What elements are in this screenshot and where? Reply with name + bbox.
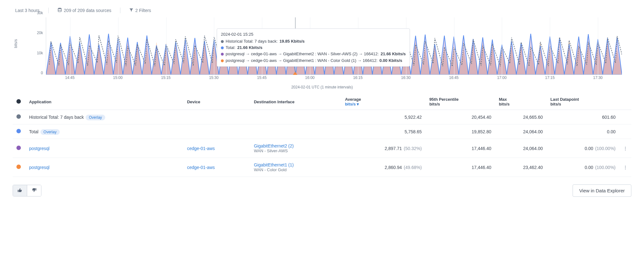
max-value: 24,064.00	[495, 139, 547, 158]
series-color-icon	[221, 59, 224, 62]
traffic-chart[interactable]: bits/s 010k20k30k 2024-02-01 15:25 Histo…	[13, 17, 631, 90]
thumbs-down-icon	[32, 189, 37, 194]
table-row: postgresqlcedge-01-awsGigabitEthernet1 (…	[13, 158, 631, 177]
last-pct: (100.00%)	[595, 165, 616, 170]
y-axis-ticks: 010k20k30k	[30, 17, 44, 77]
tooltip-value: 21.66 Kbits/s	[381, 51, 406, 57]
x-tick: 15:30	[209, 75, 219, 80]
database-icon	[58, 8, 62, 13]
x-axis-ticks: 14:4515:0015:1515:3015:4516:0016:1516:30…	[46, 75, 622, 81]
application-name: Historical Total: 7 days back	[29, 115, 84, 120]
device-link[interactable]: cedge-01-aws	[187, 146, 215, 151]
col-dest-if[interactable]: Destination Interface	[250, 94, 341, 110]
thumbs-down-button[interactable]	[27, 185, 41, 196]
results-table: Application Device Destination Interface…	[13, 94, 631, 177]
avg-value: 2,897.71	[385, 146, 402, 151]
chart-cursor-marker	[293, 72, 297, 75]
x-tick: 16:00	[305, 75, 315, 80]
x-tick: 14:45	[65, 75, 75, 80]
thumbs-up-icon	[17, 189, 22, 194]
tooltip-row: postgresql → cedge-01-aws → GigabitEther…	[221, 51, 406, 57]
max-value: 24,665.60	[495, 110, 547, 124]
last-value: 0.00	[607, 129, 616, 134]
avg-value: 5,758.65	[404, 129, 422, 134]
divider	[48, 8, 49, 13]
tooltip-row: postgresql → cedge-01-aws → GigabitEther…	[221, 57, 406, 64]
y-tick: 20k	[37, 31, 43, 35]
p95-value: 20,454.40	[426, 110, 495, 124]
last-value: 0.00	[585, 165, 593, 170]
p95-value: 19,852.80	[426, 124, 495, 139]
device-link[interactable]: cedge-01-aws	[187, 165, 215, 170]
application-link[interactable]: postgresql	[29, 146, 50, 151]
dest-interface-link[interactable]: GigabitEthernet2 (2)	[254, 143, 337, 148]
table-row: postgresqlcedge-01-awsGigabitEthernet2 (…	[13, 139, 631, 158]
max-value: 24,064.00	[495, 124, 547, 139]
data-sources-selector[interactable]: 209 of 209 data sources	[55, 6, 114, 14]
footer: View in Data Explorer	[13, 184, 631, 197]
series-color-icon	[221, 46, 224, 49]
avg-value: 5,922.42	[404, 115, 422, 120]
y-axis-label: bits/s	[14, 39, 18, 48]
data-sources-label: 209 of 209 data sources	[64, 8, 111, 13]
last-pct: (100.00%)	[595, 146, 616, 151]
series-color-icon	[221, 53, 224, 56]
filter-icon	[129, 8, 133, 13]
tooltip-row: Total: 21.66 Kbits/s	[221, 45, 406, 51]
header-swatch	[16, 99, 21, 104]
thumbs-up-button[interactable]	[13, 185, 27, 196]
table-row: TotalOverlay5,758.6519,852.8024,064.000.…	[13, 124, 631, 139]
series-swatch	[16, 129, 21, 133]
chart-tooltip: 2024-02-01 15:25 Historical Total: 7 day…	[217, 28, 410, 67]
series-swatch	[16, 165, 21, 169]
series-color-icon	[221, 40, 224, 43]
x-tick: 15:15	[161, 75, 171, 80]
time-range-label: Last 3 hours	[15, 8, 39, 13]
x-tick: 16:15	[353, 75, 362, 80]
p95-value: 17,446.40	[426, 158, 495, 177]
chevron-down-icon: ▾	[357, 102, 359, 106]
view-in-data-explorer-button[interactable]: View in Data Explorer	[573, 184, 631, 197]
col-last[interactable]: Last Datapointbits/s	[547, 94, 619, 110]
tooltip-label: Total:	[226, 45, 235, 51]
row-menu-button[interactable]: ⋮	[623, 146, 628, 151]
max-value: 23,462.40	[495, 158, 547, 177]
y-tick: 0	[41, 71, 43, 75]
x-tick: 17:30	[593, 75, 603, 80]
y-tick: 10k	[37, 51, 43, 55]
svg-point-0	[58, 8, 62, 9]
col-device[interactable]: Device	[183, 94, 250, 110]
x-tick: 15:00	[113, 75, 123, 80]
divider	[120, 8, 120, 13]
tooltip-time: 2024-02-01 15:25	[221, 31, 406, 38]
x-tick: 16:30	[401, 75, 410, 80]
last-value: 0.00	[585, 146, 593, 151]
last-value: 601.60	[602, 115, 616, 120]
tooltip-value: 19.85 Kbits/s	[280, 38, 305, 45]
tooltip-value: 0.00 Kbits/s	[380, 57, 402, 64]
dest-interface-link[interactable]: GigabitEthernet1 (1)	[254, 162, 337, 167]
application-name: Total	[29, 129, 39, 134]
col-max[interactable]: Maxbits/s	[495, 94, 547, 110]
x-tick: 17:00	[497, 75, 507, 80]
row-menu-button[interactable]: ⋮	[623, 165, 628, 170]
series-swatch	[16, 146, 21, 150]
filters-label: 2 Filters	[135, 8, 151, 13]
tooltip-row: Historical Total: 7 days back: 19.85 Kbi…	[221, 38, 406, 45]
avg-pct: (49.68%)	[404, 165, 422, 170]
series-swatch	[16, 114, 21, 119]
filters-selector[interactable]: 2 Filters	[127, 7, 154, 14]
feedback-buttons	[13, 185, 41, 196]
tooltip-value: 21.66 Kbits/s	[237, 45, 263, 51]
application-link[interactable]: postgresql	[29, 165, 50, 170]
tooltip-label: postgresql → cedge-01-aws → GigabitEther…	[226, 51, 379, 57]
x-tick: 16:45	[449, 75, 459, 80]
col-application[interactable]: Application	[25, 94, 183, 110]
tooltip-label: Historical Total: 7 days back:	[226, 38, 278, 45]
chart-plot-area[interactable]: 2024-02-01 15:25 Historical Total: 7 day…	[46, 17, 622, 75]
y-tick: 30k	[37, 11, 43, 15]
toolbar: Last 3 hours 209 of 209 data sources 2 F…	[13, 6, 631, 14]
avg-pct: (50.32%)	[404, 146, 422, 151]
col-average[interactable]: Average bits/s ▾	[341, 94, 426, 110]
col-p95[interactable]: 95th Percentilebits/s	[426, 94, 495, 110]
